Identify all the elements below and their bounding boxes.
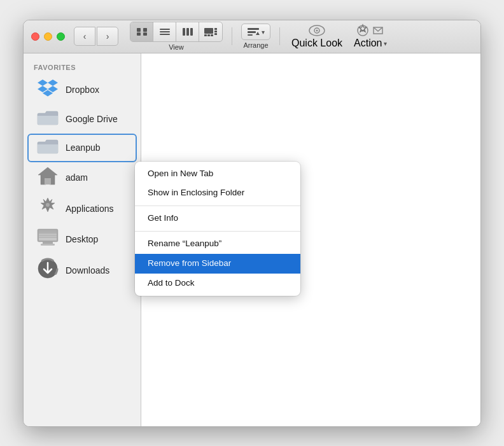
svg-rect-12 [207, 34, 210, 36]
titlebar: ‹ › [24, 20, 480, 53]
favorites-label: Favorites [24, 61, 141, 75]
context-menu: Open in New Tab Show in Enclosing Folder… [135, 162, 300, 296]
svg-rect-13 [211, 34, 213, 36]
action-icon-group [356, 24, 385, 38]
svg-rect-26 [45, 178, 51, 185]
menu-item-get-info[interactable]: Get Info [135, 209, 300, 228]
sidebar: Favorites Dropbox [24, 53, 141, 426]
svg-rect-31 [41, 244, 55, 246]
menu-item-open-new-tab[interactable]: Open in New Tab [135, 164, 300, 184]
separator-2 [279, 27, 280, 45]
applications-icon [36, 197, 59, 221]
folder-icon-leanpub [36, 137, 59, 159]
sidebar-item-label-desktop: Desktop [66, 234, 98, 244]
dropbox-icon [36, 78, 59, 102]
gallery-view-button[interactable] [199, 22, 222, 41]
home-icon [36, 165, 59, 190]
sidebar-item-label-downloads: Downloads [66, 265, 109, 275]
svg-rect-35 [39, 237, 57, 238]
quicklook-label: Quick Look [291, 38, 342, 49]
action-button[interactable]: Action ▾ [351, 22, 389, 51]
column-view-button[interactable] [176, 22, 199, 41]
minimize-button[interactable] [44, 32, 52, 41]
menu-item-show-enclosing[interactable]: Show in Enclosing Folder [135, 183, 300, 203]
svg-marker-20 [256, 32, 260, 35]
svg-rect-3 [143, 32, 147, 36]
view-button-group [130, 22, 223, 42]
sidebar-item-label-applications: Applications [66, 204, 114, 214]
menu-separator-2 [135, 231, 300, 232]
menu-separator-1 [135, 206, 300, 206]
finder-window: ‹ › [23, 20, 481, 427]
arrange-button[interactable]: ▾ [241, 24, 270, 40]
back-button[interactable]: ‹ [74, 27, 95, 46]
svg-rect-7 [183, 28, 185, 36]
forward-button[interactable]: › [97, 27, 118, 46]
traffic-lights [31, 32, 65, 41]
svg-rect-11 [204, 34, 207, 36]
action-label-group: Action ▾ [354, 38, 386, 49]
sidebar-item-adam[interactable]: adam [27, 162, 137, 193]
sidebar-item-downloads[interactable]: Downloads [27, 254, 137, 287]
action-caret: ▾ [384, 40, 387, 47]
svg-rect-6 [160, 34, 170, 35]
svg-rect-30 [43, 242, 53, 244]
close-button[interactable] [31, 32, 39, 41]
sidebar-item-label-adam: adam [66, 172, 88, 183]
sidebar-item-label-dropbox: Dropbox [66, 85, 99, 95]
svg-rect-32 [39, 230, 57, 233]
desktop-icon [36, 228, 59, 251]
svg-rect-2 [137, 32, 141, 36]
folder-icon-google-drive [36, 108, 59, 130]
sidebar-item-leanpub[interactable]: Leanpub [27, 134, 137, 162]
content-area: Favorites Dropbox [24, 53, 480, 426]
svg-rect-33 [39, 233, 57, 234]
menu-item-rename[interactable]: Rename “Leanpub” [135, 234, 300, 254]
svg-rect-9 [190, 28, 193, 36]
menu-item-add-dock[interactable]: Add to Dock [135, 274, 300, 293]
svg-rect-14 [214, 28, 217, 30]
separator-1 [232, 27, 232, 45]
sidebar-item-dropbox[interactable]: Dropbox [27, 75, 137, 105]
svg-rect-1 [143, 28, 147, 32]
svg-rect-0 [137, 28, 141, 32]
svg-rect-17 [248, 28, 259, 30]
svg-rect-19 [248, 34, 253, 36]
svg-rect-4 [160, 29, 170, 30]
svg-point-23 [316, 30, 318, 32]
svg-rect-10 [204, 28, 213, 34]
arrange-label: Arrange [243, 41, 268, 49]
quicklook-button[interactable]: Quick Look [289, 22, 345, 51]
svg-rect-15 [214, 31, 217, 32]
icon-view-button[interactable] [130, 22, 153, 41]
svg-rect-8 [186, 28, 189, 36]
downloads-icon [36, 258, 59, 284]
maximize-button[interactable] [57, 32, 65, 41]
action-label: Action [354, 38, 382, 49]
svg-rect-16 [214, 33, 217, 35]
sidebar-item-desktop[interactable]: Desktop [27, 225, 137, 254]
sidebar-item-applications[interactable]: Applications [27, 193, 137, 225]
sidebar-item-google-drive[interactable]: Google Drive [27, 105, 137, 134]
arrange-caret: ▾ [262, 29, 265, 36]
svg-rect-34 [39, 235, 57, 236]
svg-rect-18 [248, 31, 256, 33]
svg-rect-5 [160, 31, 170, 32]
svg-point-27 [46, 203, 50, 207]
list-view-button[interactable] [153, 22, 176, 41]
sidebar-item-label-leanpub: Leanpub [66, 143, 101, 153]
nav-buttons: ‹ › [74, 27, 118, 46]
sidebar-item-label-google-drive: Google Drive [66, 114, 118, 124]
menu-item-remove-sidebar[interactable]: Remove from Sidebar [135, 254, 300, 274]
view-label: View [169, 43, 184, 51]
